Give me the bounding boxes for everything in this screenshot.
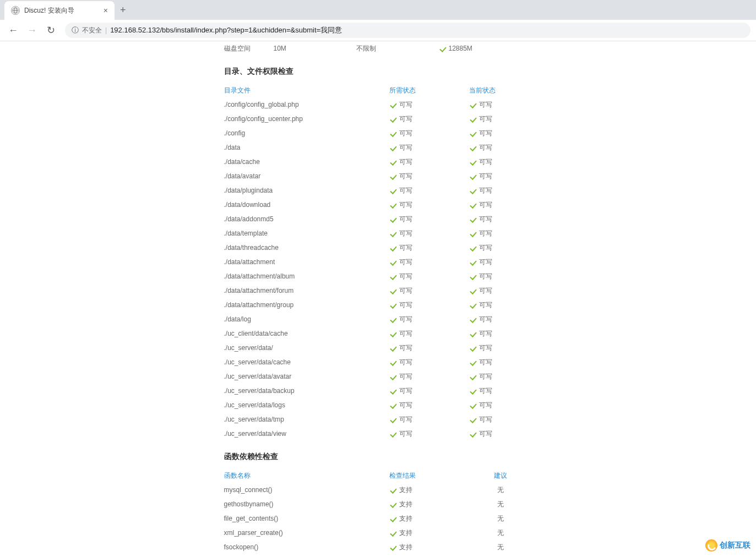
- perm-current: 可写: [469, 127, 532, 139]
- func-header-result: 检查结果: [389, 469, 469, 482]
- check-icon: [389, 500, 397, 508]
- perm-required: 可写: [389, 428, 469, 440]
- perm-path: ./config: [224, 127, 389, 139]
- browser-chrome: Discuz! 安装向导 × + ← → ↻ ⓘ 不安全 | 192.168.5…: [0, 0, 756, 41]
- check-icon: [469, 187, 477, 194]
- func-result: 支持: [389, 484, 469, 496]
- perm-row: ./uc_server/data/tmp可写可写: [224, 412, 532, 427]
- check-icon: [389, 115, 397, 123]
- check-icon: [469, 129, 477, 137]
- url-text: 192.168.52.132/bbs/install/index.php?ste…: [110, 25, 342, 35]
- reload-button[interactable]: ↻: [43, 23, 58, 38]
- perm-current: 可写: [469, 213, 532, 225]
- check-icon: [389, 144, 397, 151]
- check-icon: [389, 201, 397, 209]
- perm-row: ./uc_server/data/view可写可写: [224, 427, 532, 441]
- perm-path: ./data/template: [224, 227, 389, 239]
- func-result: 支持: [389, 498, 469, 510]
- perm-row: ./data/log可写可写: [224, 312, 532, 326]
- perm-current: 可写: [469, 313, 532, 325]
- perm-row: ./uc_server/data/backup可写可写: [224, 384, 532, 398]
- globe-icon: [11, 6, 20, 15]
- disk-label: 磁盘空间: [224, 42, 274, 54]
- info-icon: ⓘ: [72, 25, 79, 35]
- perm-rows: ./config/config_global.php可写可写./config/c…: [224, 97, 532, 441]
- perm-row: ./data/download可写可写: [224, 198, 532, 212]
- check-icon: [469, 330, 477, 337]
- check-icon: [389, 416, 397, 423]
- check-icon: [389, 529, 397, 537]
- perm-current: 可写: [469, 170, 532, 182]
- page-content: 磁盘空间 10M 不限制 12885M 目录、文件权限检查 目录文件 所需状态 …: [0, 41, 756, 557]
- perm-path: ./uc_server/data/view: [224, 428, 389, 440]
- perm-path: ./data/cache: [224, 156, 389, 168]
- check-icon: [389, 344, 397, 352]
- perm-path: ./uc_server/data/logs: [224, 399, 389, 411]
- perm-row: ./data/template可写可写: [224, 226, 532, 241]
- check-icon: [389, 287, 397, 294]
- perm-row: ./uc_server/data/cache可写可写: [224, 355, 532, 369]
- check-icon: [469, 373, 477, 380]
- check-icon: [469, 172, 477, 180]
- perm-current: 可写: [469, 270, 532, 282]
- perm-path: ./data/log: [224, 313, 389, 325]
- perm-required: 可写: [389, 227, 469, 239]
- func-row: xml_parser_create()支持无: [224, 526, 532, 540]
- forward-button[interactable]: →: [24, 23, 40, 38]
- perm-required: 可写: [389, 270, 469, 282]
- browser-tab[interactable]: Discuz! 安装向导 ×: [4, 1, 115, 20]
- back-button[interactable]: ←: [6, 23, 21, 38]
- perm-row: ./data可写可写: [224, 140, 532, 155]
- perm-path: ./config/config_global.php: [224, 99, 389, 111]
- func-row: gethostbyname()支持无: [224, 497, 532, 511]
- check-icon: [389, 358, 397, 366]
- check-icon: [389, 272, 397, 280]
- check-icon: [389, 543, 397, 551]
- address-bar[interactable]: ⓘ 不安全 | 192.168.52.132/bbs/install/index…: [65, 23, 750, 38]
- tab-bar: Discuz! 安装向导 × +: [0, 0, 756, 20]
- func-suggest: 无: [469, 484, 532, 496]
- func-name: fsockopen(): [224, 541, 389, 553]
- perm-path: ./config/config_ucenter.php: [224, 113, 389, 125]
- perm-current: 可写: [469, 299, 532, 311]
- check-icon: [469, 272, 477, 280]
- func-header-name: 函数名称: [224, 469, 389, 482]
- disk-current: 12885M: [439, 42, 472, 54]
- func-header-suggest: 建议: [469, 469, 532, 482]
- func-suggest: 无: [469, 512, 532, 525]
- disk-row: 磁盘空间 10M 不限制 12885M: [224, 41, 532, 56]
- perm-current: 可写: [469, 428, 532, 440]
- func-row: file_get_contents()支持无: [224, 511, 532, 526]
- perm-header-row: 目录文件 所需状态 当前状态: [224, 83, 532, 97]
- perm-current: 可写: [469, 199, 532, 211]
- perm-header-name: 目录文件: [224, 84, 389, 96]
- perm-current: 可写: [469, 99, 532, 111]
- perm-path: ./data/attachment/forum: [224, 285, 389, 297]
- check-icon: [469, 430, 477, 438]
- check-icon: [389, 330, 397, 337]
- perm-required: 可写: [389, 299, 469, 311]
- perm-current: 可写: [469, 113, 532, 125]
- perm-required: 可写: [389, 356, 469, 368]
- perm-required: 可写: [389, 156, 469, 168]
- tab-close-icon[interactable]: ×: [104, 6, 108, 15]
- perm-row: ./config可写可写: [224, 126, 532, 140]
- perm-required: 可写: [389, 113, 469, 125]
- perm-current: 可写: [469, 327, 532, 340]
- check-icon: [389, 258, 397, 266]
- perm-row: ./data/plugindata可写可写: [224, 183, 532, 198]
- perm-required: 可写: [389, 342, 469, 354]
- check-icon: [389, 129, 397, 137]
- check-icon: [389, 373, 397, 380]
- perm-required: 可写: [389, 99, 469, 111]
- check-icon: [469, 387, 477, 395]
- check-icon: [389, 515, 397, 522]
- perm-required: 可写: [389, 127, 469, 139]
- perm-current: 可写: [469, 141, 532, 154]
- perm-path: ./data/plugindata: [224, 184, 389, 196]
- check-icon: [469, 158, 477, 166]
- perm-current: 可写: [469, 184, 532, 196]
- perm-current: 可写: [469, 227, 532, 239]
- new-tab-button[interactable]: +: [120, 4, 126, 16]
- func-suggest: 无: [469, 498, 532, 510]
